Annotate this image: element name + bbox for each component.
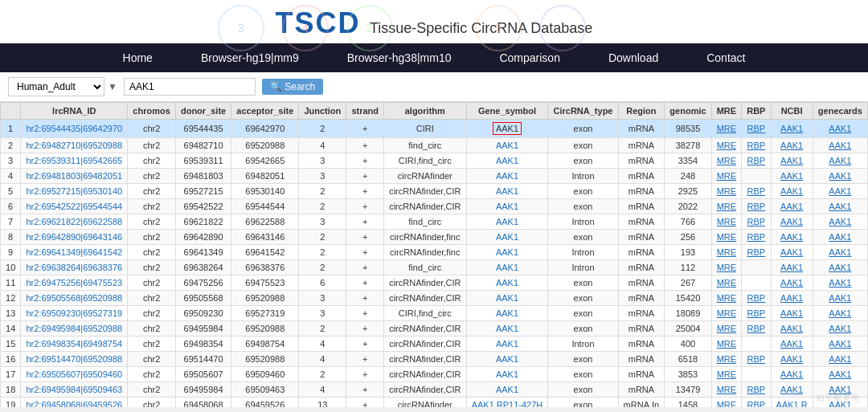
row-id[interactable]: hr2:69475256|69475523	[21, 275, 128, 291]
row-gene[interactable]: AAK1	[466, 169, 548, 184]
row-ncbi[interactable]: AAK1	[771, 291, 813, 306]
row-genecards[interactable]: AAK1	[813, 352, 867, 367]
row-mre[interactable]: MRE	[711, 367, 742, 382]
organism-dropdown[interactable]: Human_Adult Human_Fetal Mouse_Adult Mous…	[8, 77, 104, 96]
search-button[interactable]: 🔍 Search	[262, 79, 323, 95]
row-genecards[interactable]: AAK1	[813, 321, 867, 337]
row-ncbi[interactable]: AAK1	[771, 245, 813, 260]
row-mre[interactable]: MRE	[711, 138, 742, 153]
row-id[interactable]: hr2:69498354|69498754	[21, 337, 128, 352]
row-id[interactable]: hr2:69621822|69622588	[21, 214, 128, 230]
row-rbp[interactable]: RBP	[742, 120, 771, 138]
row-rbp[interactable]	[742, 367, 771, 382]
row-mre[interactable]: MRE	[711, 321, 742, 337]
row-rbp[interactable]: RBP	[742, 291, 771, 306]
nav-browser-hg38[interactable]: Browser-hg38|mm10	[323, 43, 476, 72]
row-ncbi[interactable]: AAK1	[771, 382, 813, 398]
row-rbp[interactable]	[742, 275, 771, 291]
row-mre[interactable]: MRE	[711, 352, 742, 367]
row-ncbi[interactable]: AAK1	[771, 337, 813, 352]
nav-comparison[interactable]: Comparison	[475, 43, 583, 72]
row-id[interactable]: hr2:69509230|69527319	[21, 306, 128, 321]
row-id[interactable]: hr2:69542522|69544544	[21, 199, 128, 214]
row-rbp[interactable]: RBP	[742, 352, 771, 367]
row-genecards[interactable]: AAK1	[813, 382, 867, 398]
row-rbp[interactable]: RBP	[742, 306, 771, 321]
row-gene[interactable]: AAK1	[466, 153, 548, 169]
row-genecards[interactable]: AAK1	[813, 275, 867, 291]
row-mre[interactable]: MRE	[711, 382, 742, 398]
row-genecards[interactable]: AAK1	[813, 184, 867, 199]
row-genecards[interactable]: AAK1	[813, 199, 867, 214]
row-ncbi[interactable]: AAK1	[771, 367, 813, 382]
row-genecards[interactable]: AAK1	[813, 306, 867, 321]
row-id[interactable]: hr2:69544435|69642970	[21, 120, 128, 138]
row-mre[interactable]: MRE	[711, 245, 742, 260]
row-rbp[interactable]: RBP	[742, 321, 771, 337]
row-rbp[interactable]	[742, 260, 771, 275]
row-mre[interactable]: MRE	[711, 337, 742, 352]
row-mre[interactable]: MRE	[711, 230, 742, 245]
row-id[interactable]: hr2:69505607|69509460	[21, 367, 128, 382]
row-genecards[interactable]: AAK1	[813, 245, 867, 260]
row-rbp[interactable]: RBP	[742, 382, 771, 398]
row-genecards[interactable]: AAK1	[813, 230, 867, 245]
row-genecards[interactable]: AAK1	[813, 367, 867, 382]
row-id[interactable]: hr2:69495984|69520988	[21, 321, 128, 337]
row-mre[interactable]: MRE	[711, 275, 742, 291]
row-ncbi[interactable]: AAK1	[771, 214, 813, 230]
row-gene[interactable]: AAK1	[466, 214, 548, 230]
row-id[interactable]: hr2:69514470|69520988	[21, 352, 128, 367]
row-gene[interactable]: AAK1	[466, 260, 548, 275]
row-ncbi[interactable]: AAK1	[771, 321, 813, 337]
row-rbp[interactable]: RBP	[742, 138, 771, 153]
row-gene[interactable]: AAK1	[466, 275, 548, 291]
nav-download[interactable]: Download	[584, 43, 682, 72]
row-mre[interactable]: MRE	[711, 291, 742, 306]
row-mre[interactable]: MRE	[711, 199, 742, 214]
row-rbp[interactable]: RBP	[742, 184, 771, 199]
row-ncbi[interactable]: AAK1	[771, 184, 813, 199]
row-id[interactable]: hr2:69495984|69509463	[21, 382, 128, 398]
row-id[interactable]: hr2:69481803|69482051	[21, 169, 128, 184]
row-ncbi[interactable]: AAK1	[771, 169, 813, 184]
row-id[interactable]: hr2:69539311|69542665	[21, 153, 128, 169]
row-gene[interactable]: AAK1	[466, 138, 548, 153]
row-genecards[interactable]: AAK1	[813, 153, 867, 169]
row-genecards[interactable]: AAK1	[813, 169, 867, 184]
row-gene[interactable]: AAK1	[466, 230, 548, 245]
row-gene[interactable]: AAK1,RP11-427H	[466, 398, 548, 408]
row-id[interactable]: hr2:69482710|69520988	[21, 138, 128, 153]
nav-home[interactable]: Home	[99, 43, 177, 72]
row-mre[interactable]: MRE	[711, 260, 742, 275]
row-rbp[interactable]	[742, 169, 771, 184]
row-id[interactable]: hr2:69642890|69643146	[21, 230, 128, 245]
row-rbp[interactable]: RBP	[742, 230, 771, 245]
row-id[interactable]: hr2:69641349|69641542	[21, 245, 128, 260]
row-ncbi[interactable]: AAK1	[771, 275, 813, 291]
row-id[interactable]: hr2:69527215|69530140	[21, 184, 128, 199]
row-id[interactable]: hr2:69458068|69459526	[21, 398, 128, 408]
row-genecards[interactable]: AAK1	[813, 260, 867, 275]
row-genecards[interactable]: AAK1	[813, 337, 867, 352]
row-ncbi[interactable]: AAK1	[771, 260, 813, 275]
row-gene[interactable]: AAK1	[466, 382, 548, 398]
nav-contact[interactable]: Contact	[682, 43, 769, 72]
row-rbp[interactable]: RBP	[742, 245, 771, 260]
row-mre[interactable]: MRE	[711, 169, 742, 184]
row-gene[interactable]: AAK1	[466, 199, 548, 214]
row-mre[interactable]: MRE	[711, 214, 742, 230]
row-mre[interactable]: MRE	[711, 120, 742, 138]
row-genecards[interactable]: AAK1	[813, 120, 867, 138]
row-ncbi[interactable]: AAK1	[771, 230, 813, 245]
row-gene[interactable]: AAK1	[466, 321, 548, 337]
row-mre[interactable]: MRE	[711, 184, 742, 199]
row-ncbi[interactable]: AAK1	[771, 306, 813, 321]
row-rbp[interactable]: RBP	[742, 199, 771, 214]
row-genecards[interactable]: AAK1	[813, 398, 867, 408]
row-id[interactable]: hr2:69638264|69638376	[21, 260, 128, 275]
search-input[interactable]	[124, 78, 256, 96]
row-gene[interactable]: AAK1	[466, 120, 548, 138]
row-genecards[interactable]: AAK1	[813, 138, 867, 153]
row-gene[interactable]: AAK1	[466, 306, 548, 321]
